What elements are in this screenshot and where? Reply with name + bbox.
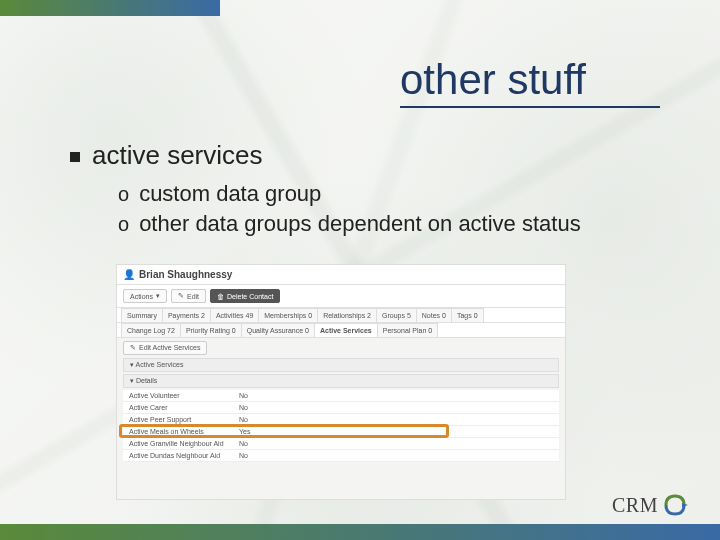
bottom-stripe <box>0 524 720 540</box>
row-label: Active Carer <box>129 404 239 411</box>
svg-rect-1 <box>0 524 720 540</box>
sub-bullet-text: other data groups dependent on active st… <box>139 211 581 237</box>
logo-mark-icon <box>662 492 688 518</box>
sub-bullet-item: o custom data group <box>118 181 680 207</box>
slide-title: other stuff <box>400 56 660 104</box>
title-underline <box>400 106 660 108</box>
row-value: No <box>239 416 248 423</box>
contact-name: Brian Shaughnessy <box>139 269 232 280</box>
table-row: Active VolunteerNo <box>123 390 559 402</box>
tab-relationships-2[interactable]: Relationships 2 <box>317 308 377 322</box>
row-value: No <box>239 452 248 459</box>
action-button-row: Actions▾ ✎Edit 🗑Delete Contact <box>117 285 565 308</box>
circle-bullet-icon: o <box>118 181 129 207</box>
tab-payments-2[interactable]: Payments 2 <box>162 308 211 322</box>
row-label: Active Meals on Wheels <box>129 428 239 435</box>
services-table: Active VolunteerNoActive CarerNoActive P… <box>123 390 559 462</box>
tab-summary[interactable]: Summary <box>121 308 163 322</box>
top-stripe <box>0 0 220 16</box>
tab-groups-5[interactable]: Groups 5 <box>376 308 417 322</box>
tab-change-log-72[interactable]: Change Log 72 <box>121 323 181 337</box>
sub-bullet-item: o other data groups dependent on active … <box>118 211 680 237</box>
tab-tags-0[interactable]: Tags 0 <box>451 308 484 322</box>
pencil-icon: ✎ <box>130 344 136 352</box>
embedded-screenshot: 👤 Brian Shaughnessy Actions▾ ✎Edit 🗑Dele… <box>116 264 566 500</box>
tab-memberships-0[interactable]: Memberships 0 <box>258 308 318 322</box>
delete-contact-button[interactable]: 🗑Delete Contact <box>210 289 280 303</box>
pencil-icon: ✎ <box>178 292 184 300</box>
primary-tab-row: SummaryPayments 2Activities 49Membership… <box>117 308 565 323</box>
active-services-panel: ✎Edit Active Services ▾ Active Services … <box>117 338 565 465</box>
chevron-down-icon: ▾ <box>156 292 160 300</box>
row-value: No <box>239 404 248 411</box>
svg-rect-0 <box>0 0 220 16</box>
tab-personal-plan-0[interactable]: Personal Plan 0 <box>377 323 438 337</box>
table-row: Active Meals on WheelsYes <box>123 426 559 438</box>
circle-bullet-icon: o <box>118 211 129 237</box>
section-header[interactable]: ▾ Details <box>123 374 559 388</box>
bullet-item: active services <box>70 140 680 171</box>
square-bullet-icon <box>70 152 80 162</box>
table-row: Active Granville Neighbour AidNo <box>123 438 559 450</box>
sub-bullet-text: custom data group <box>139 181 321 207</box>
edit-button[interactable]: ✎Edit <box>171 289 206 303</box>
edit-active-services-button[interactable]: ✎Edit Active Services <box>123 341 207 355</box>
sub-bullet-list: o custom data group o other data groups … <box>118 181 680 237</box>
person-icon: 👤 <box>123 269 135 280</box>
table-row: Active CarerNo <box>123 402 559 414</box>
side-arc-decoration <box>0 10 60 530</box>
table-row: Active Peer SupportNo <box>123 414 559 426</box>
actions-button[interactable]: Actions▾ <box>123 289 167 303</box>
crm-logo: CRM <box>612 492 688 518</box>
row-label: Active Volunteer <box>129 392 239 399</box>
row-label: Active Dundas Neighbour Aid <box>129 452 239 459</box>
slide-title-block: other stuff <box>400 56 660 108</box>
tab-activities-49[interactable]: Activities 49 <box>210 308 259 322</box>
tab-notes-0[interactable]: Notes 0 <box>416 308 452 322</box>
trash-icon: 🗑 <box>217 293 224 300</box>
row-value: Yes <box>239 428 250 435</box>
tab-quality-assurance-0[interactable]: Quality Assurance 0 <box>241 323 315 337</box>
slide-content: active services o custom data group o ot… <box>70 140 680 241</box>
bullet-text: active services <box>92 140 263 171</box>
secondary-tab-row: Change Log 72Priority Rating 0Quality As… <box>117 323 565 338</box>
tab-active-services[interactable]: Active Services <box>314 323 378 337</box>
row-value: No <box>239 392 248 399</box>
table-row: Active Dundas Neighbour AidNo <box>123 450 559 462</box>
row-label: Active Peer Support <box>129 416 239 423</box>
logo-text: CRM <box>612 494 658 517</box>
row-label: Active Granville Neighbour Aid <box>129 440 239 447</box>
section-header[interactable]: ▾ Active Services <box>123 358 559 372</box>
contact-header: 👤 Brian Shaughnessy <box>117 265 565 285</box>
tab-priority-rating-0[interactable]: Priority Rating 0 <box>180 323 242 337</box>
row-value: No <box>239 440 248 447</box>
